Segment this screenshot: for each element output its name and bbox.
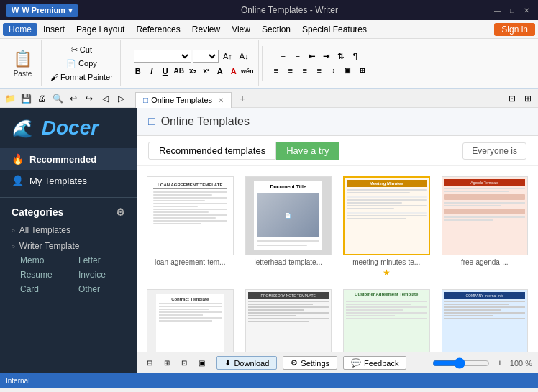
sidebar-item-my-templates[interactable]: 👤 My Templates [0, 170, 137, 191]
template-card-customer[interactable]: Customer Agreement Template customer-agr… [342, 288, 432, 352]
align-left-button[interactable]: ≡ [270, 64, 283, 77]
menu-section[interactable]: Section [256, 23, 296, 36]
menu-home[interactable]: Home [3, 23, 37, 36]
zoom-slider[interactable] [432, 359, 490, 368]
expand-button[interactable]: ⊞ [521, 91, 535, 106]
print-preview-button[interactable]: 🔍 [50, 91, 65, 106]
bullets-button[interactable]: ≡ [277, 50, 290, 63]
sidebar-toggle-button[interactable]: ⊡ [505, 91, 519, 106]
menu-review[interactable]: Review [186, 23, 226, 36]
cut-button[interactable]: ✂ Cut [68, 44, 95, 56]
format-painter-button[interactable]: 🖌 Format Painter [47, 71, 116, 83]
minimize-button[interactable]: — [492, 4, 503, 16]
tab-close-button[interactable]: ✕ [218, 96, 224, 104]
view-mode-3-button[interactable]: ⊡ [177, 356, 191, 370]
feedback-label: Feedback [364, 359, 398, 368]
undo-button[interactable]: ↩ [66, 91, 81, 106]
sort-button[interactable]: ⇅ [334, 50, 347, 63]
menu-references[interactable]: References [130, 23, 186, 36]
template-name-letterhead: letterhead-template... [245, 255, 332, 268]
template-card-doc2[interactable]: Contract Template contract-template... [145, 288, 235, 352]
filter-tab-recommended[interactable]: Recommended templates [148, 142, 276, 160]
template-card-minutes[interactable]: Meeting Minutes meeting-minutes-te... [342, 175, 432, 279]
all-templates-label: All Templates [19, 225, 70, 235]
docer-icon: 🌊 [12, 119, 33, 138]
sidebar-item-recommended[interactable]: 🔥 Recommended [0, 148, 137, 170]
feedback-button[interactable]: 💬 Feedback [343, 356, 406, 370]
filter-tab-group: Recommended templates Have a try [148, 142, 339, 160]
template-card-promo[interactable]: PROMISSORY NOTE TEMPLATE promotional-not… [244, 288, 334, 352]
settings-button[interactable]: ⚙ Settings [283, 356, 337, 370]
sign-in-button[interactable]: Sign in [494, 23, 535, 36]
menu-special-features[interactable]: Special Features [296, 23, 373, 36]
menu-insert[interactable]: Insert [37, 23, 70, 36]
wuen-button[interactable]: wén [241, 65, 254, 78]
indent-button[interactable]: ⇥ [320, 50, 333, 63]
close-button[interactable]: ✕ [521, 4, 532, 16]
underline-button[interactable]: U [159, 65, 172, 78]
ribbon-paste-group: 📋 Paste [4, 40, 42, 86]
nav-left-button[interactable]: ◁ [98, 91, 112, 106]
font-size-select[interactable] [193, 50, 219, 63]
shading-button[interactable]: ▣ [342, 64, 355, 77]
menu-view[interactable]: View [226, 23, 256, 36]
add-tab-button[interactable]: + [234, 91, 250, 106]
print-button[interactable]: 🖨 [35, 91, 49, 106]
font-size-increase-button[interactable]: A↑ [220, 50, 235, 62]
template-name-loan: loan-agreement-tem... [147, 255, 234, 268]
align-right-button[interactable]: ≡ [298, 64, 311, 77]
superscript-button[interactable]: X² [200, 65, 213, 78]
paste-button[interactable]: 📋 Paste [9, 47, 37, 81]
subscript-button[interactable]: X₂ [186, 65, 199, 78]
numbering-button[interactable]: ≡ [291, 50, 304, 63]
view-mode-1-button[interactable]: ⊟ [142, 356, 157, 370]
maximize-button[interactable]: □ [506, 4, 518, 16]
strikethrough-button[interactable]: AB [173, 65, 186, 78]
show-marks-button[interactable]: ¶ [349, 50, 362, 63]
cat-link-invoice[interactable]: Invoice [78, 268, 125, 281]
filter-tab-have-a-try[interactable]: Have a try [276, 142, 339, 160]
everyone-badge[interactable]: Everyone is [462, 142, 526, 160]
save-button[interactable]: 💾 [19, 91, 33, 106]
gear-icon[interactable]: ⚙ [116, 206, 125, 218]
template-thumb-loan: LOAN AGREEMENT TEMPLATE [147, 176, 234, 255]
cat-link-letter[interactable]: Letter [78, 254, 125, 267]
highlight-button[interactable]: A [214, 65, 227, 78]
nav-right-button[interactable]: ▷ [114, 91, 128, 106]
font-color-button[interactable]: A [227, 65, 240, 78]
justify-button[interactable]: ≡ [313, 64, 326, 77]
premium-button[interactable]: W W Premium ▾ [6, 4, 78, 17]
bottom-center-buttons: ⬇ Download ⚙ Settings 💬 Feedback [216, 356, 406, 370]
font-family-select[interactable] [134, 50, 191, 63]
line-spacing-button[interactable]: ↕ [327, 64, 340, 77]
view-mode-2-button[interactable]: ⊞ [160, 356, 174, 370]
download-icon: ⬇ [224, 358, 231, 368]
sidebar-item-writer-template[interactable]: ○ Writer Template [12, 238, 125, 254]
online-templates-tab[interactable]: □ Online Templates ✕ [135, 92, 232, 108]
download-button[interactable]: ⬇ Download [216, 356, 277, 370]
align-center-button[interactable]: ≡ [284, 64, 297, 77]
italic-button[interactable]: I [145, 65, 158, 78]
template-card-company[interactable]: COMPANY Internal Info company-intro... [440, 288, 530, 352]
borders-button[interactable]: ⊞ [356, 64, 369, 77]
cat-link-memo[interactable]: Memo [20, 254, 67, 267]
template-card-loan[interactable]: LOAN AGREEMENT TEMPLATE [145, 175, 235, 279]
bold-button[interactable]: B [132, 65, 145, 78]
sidebar-item-all-templates[interactable]: ○ All Templates [12, 222, 125, 238]
cat-link-other[interactable]: Other [78, 283, 125, 296]
template-card-letterhead[interactable]: Document Title 📄 letterhead-template... [244, 175, 334, 279]
zoom-out-button[interactable]: − [415, 356, 429, 370]
tab-label: Online Templates [151, 96, 212, 104]
font-size-decrease-button[interactable]: A↓ [237, 50, 252, 62]
template-card-agenda[interactable]: Agenda Template free-agenda-... [440, 175, 530, 279]
folder-button[interactable]: 📁 [3, 91, 17, 106]
cat-link-card[interactable]: Card [20, 283, 67, 296]
menu-page-layout[interactable]: Page Layout [70, 23, 130, 36]
view-mode-4-button[interactable]: ▣ [194, 356, 209, 370]
cat-link-resume[interactable]: Resume [20, 268, 67, 281]
outdent-button[interactable]: ⇤ [306, 50, 319, 63]
zoom-in-button[interactable]: + [493, 356, 507, 370]
redo-button[interactable]: ↪ [82, 91, 96, 106]
copy-button[interactable]: 📄 Copy [63, 58, 100, 70]
docer-text: Docer [42, 117, 99, 139]
